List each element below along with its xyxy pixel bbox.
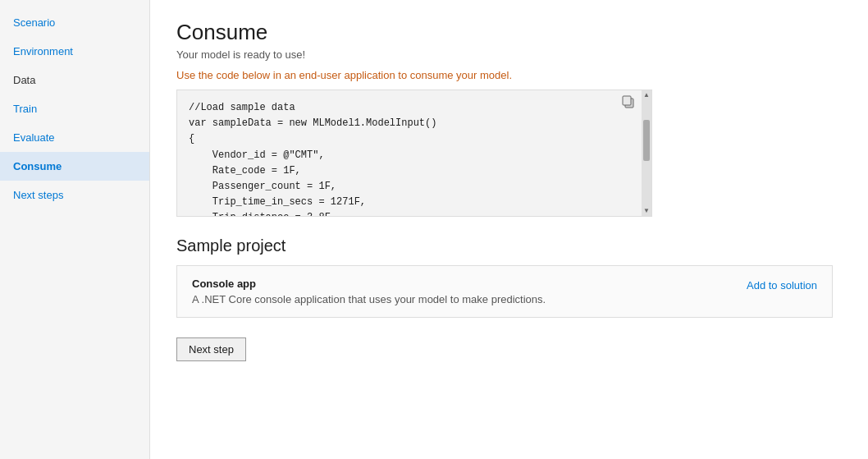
sidebar-item-next-steps[interactable]: Next steps [0,181,149,209]
svg-rect-1 [623,96,631,105]
scrollbar-thumb[interactable] [643,120,650,161]
sample-project-title: Sample project [176,236,842,255]
sidebar-item-train[interactable]: Train [0,94,149,123]
project-card: Console app A .NET Core console applicat… [176,265,833,318]
code-container: //Load sample data var sampleData = new … [176,90,652,217]
next-step-button[interactable]: Next step [176,337,246,361]
scrollbar[interactable]: ▲ ▼ [642,90,651,216]
add-to-solution-link[interactable]: Add to solution [747,279,817,291]
project-card-title: Console app [192,278,546,290]
subtitle-text: Your model is ready to use! [176,48,842,61]
sidebar-item-consume[interactable]: Consume [0,152,149,181]
copy-button[interactable] [622,95,635,111]
page-title: Consume [176,20,842,45]
project-card-description: A .NET Core console application that use… [192,293,546,305]
sidebar-item-data[interactable]: Data [0,66,149,94]
project-card-content: Console app A .NET Core console applicat… [192,278,546,305]
sidebar: ScenarioEnvironmentDataTrainEvaluateCons… [0,0,150,459]
scroll-up-arrow[interactable]: ▲ [642,90,651,100]
sidebar-item-environment[interactable]: Environment [0,37,149,66]
info-text: Use the code below in an end-user applic… [176,69,842,81]
code-block: //Load sample data var sampleData = new … [177,90,651,217]
main-content: Consume Your model is ready to use! Use … [150,0,868,459]
sidebar-item-scenario[interactable]: Scenario [0,8,149,37]
scroll-down-arrow[interactable]: ▼ [642,206,651,216]
sidebar-item-evaluate[interactable]: Evaluate [0,123,149,152]
